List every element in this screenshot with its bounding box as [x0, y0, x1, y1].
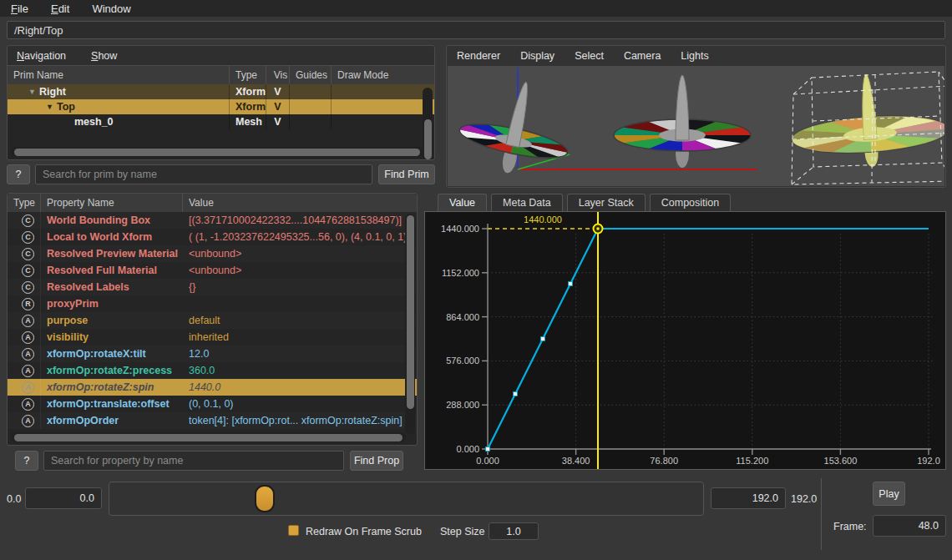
svg-text:1440.000: 1440.000 — [524, 214, 562, 225]
property-column-header-value[interactable]: Value — [183, 194, 417, 212]
tree-cell-draw-mode — [332, 114, 434, 129]
viewport-canvas[interactable] — [448, 66, 944, 186]
svg-text:1152.000: 1152.000 — [442, 268, 479, 278]
viewport-menu-lights[interactable]: Lights — [681, 50, 708, 62]
tree-cell-prim-name: ▼Top — [8, 99, 230, 114]
menu-item-edit[interactable]: Edit — [51, 3, 69, 15]
property-cell-name: Local to World Xform — [41, 231, 183, 243]
tree-row-mesh_0[interactable]: mesh_0MeshV — [8, 114, 434, 129]
property-horizontal-scrollbar-thumb[interactable] — [14, 434, 403, 441]
property-row-visibility[interactable]: Avisibilityinherited — [8, 329, 417, 346]
tree-row-Right[interactable]: ▼RightXformV — [8, 84, 434, 99]
property-row-xformop-rotatex-tilt[interactable]: AxformOp:rotateX:tilt12.0 — [8, 346, 417, 362]
frame-field[interactable]: 48.0 — [873, 515, 946, 537]
property-cell-name: World Bounding Box — [41, 214, 183, 226]
property-cell-value: <unbound> — [183, 248, 417, 260]
property-cell-type: A — [8, 379, 41, 396]
frame-slider-handle[interactable] — [255, 485, 275, 512]
tree-cell-type: Xform — [230, 84, 266, 99]
tree-column-header-vis[interactable]: Vis — [266, 66, 290, 84]
find-prop-button[interactable]: Find Prop — [350, 451, 403, 471]
property-column-header-type[interactable]: Type — [8, 194, 41, 212]
property-row-local-to-world-xform[interactable]: CLocal to World Xform( (1, -1.2032376224… — [8, 229, 417, 245]
property-search-input[interactable] — [43, 451, 344, 471]
tree-cell-vis: V — [266, 84, 290, 99]
property-vertical-scrollbar-thumb[interactable] — [407, 215, 414, 409]
property-horizontal-scrollbar[interactable] — [11, 432, 406, 442]
property-row-xformop-translate-offset[interactable]: AxformOp:translate:offset(0, 0.1, 0) — [8, 396, 417, 412]
tree-column-header-type[interactable]: Type — [230, 66, 266, 84]
prim-search-input[interactable] — [35, 164, 372, 184]
svg-text:115.200: 115.200 — [736, 456, 768, 466]
expand-arrow-icon[interactable]: ▼ — [43, 103, 57, 111]
tree-horizontal-scrollbar-thumb[interactable] — [14, 149, 420, 156]
property-row-world-bounding-box[interactable]: CWorld Bounding Box[(3.371710002422332..… — [8, 212, 417, 229]
tree-menu-navigation[interactable]: Navigation — [17, 50, 66, 62]
prim-search-help-button[interactable]: ? — [7, 164, 30, 184]
property-row-xformoporder[interactable]: AxformOpOrdertoken[4]: [xformOp:rot... x… — [8, 412, 417, 429]
tree-column-header-draw-mode[interactable]: Draw Mode — [332, 66, 434, 84]
property-cell-type: C — [8, 212, 41, 229]
tree-row-Top[interactable]: ▼TopXformV — [8, 99, 434, 114]
property-cell-type: A — [8, 329, 41, 346]
property-type-attribute-icon: A — [22, 348, 34, 361]
property-row-xformop-rotatez-spin[interactable]: AxformOp:rotateZ:spin1440.0 — [8, 379, 417, 396]
value-plot[interactable]: 1440.0001152.000864.000576.000288.0000.0… — [424, 211, 946, 470]
property-cell-type: A — [8, 396, 41, 412]
property-table-header: TypeProperty NameValue — [8, 194, 417, 212]
tab-layer-stack[interactable]: Layer Stack — [567, 194, 646, 211]
viewport-menu-select[interactable]: Select — [575, 50, 604, 62]
property-cell-value: token[4]: [xformOp:rot... xformOp:rotate… — [183, 415, 417, 426]
property-row-resolved-labels[interactable]: CResolved Labels{} — [8, 279, 417, 295]
range-start-field[interactable]: 0.0 — [25, 487, 102, 509]
property-cell-value: 12.0 — [183, 348, 417, 360]
property-cell-type: A — [8, 362, 41, 379]
property-cell-value: (0, 0.1, 0) — [183, 398, 417, 410]
property-column-header-property-name[interactable]: Property Name — [41, 194, 183, 212]
property-cell-type: R — [8, 295, 41, 312]
property-cell-value: 1440.0 — [183, 381, 417, 393]
tree-horizontal-scrollbar[interactable] — [11, 147, 423, 157]
property-row-proxyprim[interactable]: RproxyPrim — [8, 295, 417, 312]
tree-cell-guides — [290, 114, 332, 129]
frame-label: Frame: — [833, 521, 867, 532]
tab-meta-data[interactable]: Meta Data — [491, 194, 563, 211]
property-row-resolved-full-material[interactable]: CResolved Full Material<unbound> — [8, 262, 417, 279]
usdview-window: FileEditWindow /Right/Top NavigationShow… — [0, 0, 952, 560]
tree-menu-show[interactable]: Show — [91, 50, 117, 62]
range-end-field[interactable]: 192.0 — [711, 487, 786, 509]
viewport-menu-display[interactable]: Display — [520, 50, 554, 62]
timeline-divider — [821, 478, 822, 550]
find-prim-button[interactable]: Find Prim — [378, 164, 435, 184]
property-row-purpose[interactable]: Apurposedefault — [8, 312, 417, 329]
menu-item-window[interactable]: Window — [92, 3, 130, 15]
property-type-attribute-icon: A — [22, 398, 34, 411]
play-button[interactable]: Play — [873, 482, 905, 506]
step-size-field[interactable]: 1.0 — [489, 522, 539, 540]
property-table-rows: CWorld Bounding Box[(3.371710002422332..… — [8, 212, 417, 429]
viewport-menu-renderer[interactable]: Renderer — [457, 50, 500, 62]
viewport-menu-camera[interactable]: Camera — [624, 50, 661, 62]
property-type-computed-icon: C — [22, 281, 34, 294]
tree-column-header-guides[interactable]: Guides — [290, 66, 332, 84]
svg-text:864.000: 864.000 — [446, 312, 479, 322]
property-cell-type: C — [8, 279, 41, 295]
menu-bar: FileEditWindow — [0, 0, 952, 17]
property-search-help-button[interactable]: ? — [15, 451, 38, 471]
tree-column-header-prim-name[interactable]: Prim Name — [8, 66, 230, 84]
tree-vertical-scrollbar[interactable] — [423, 88, 433, 159]
expand-arrow-icon[interactable]: ▼ — [25, 88, 39, 96]
property-row-resolved-preview-material[interactable]: CResolved Preview Material<unbound> — [8, 245, 417, 262]
tab-composition[interactable]: Composition — [650, 194, 731, 211]
property-cell-type: A — [8, 412, 41, 429]
tab-value[interactable]: Value — [438, 194, 487, 211]
property-row-xformop-rotatez-precess[interactable]: AxformOp:rotateZ:precess360.0 — [8, 362, 417, 379]
redraw-checkbox[interactable] — [288, 525, 299, 536]
menu-item-file[interactable]: File — [11, 3, 28, 15]
property-vertical-scrollbar[interactable] — [405, 214, 415, 434]
tree-vertical-scrollbar-thumb[interactable] — [424, 119, 432, 159]
frame-slider[interactable] — [109, 482, 704, 516]
property-cell-name: proxyPrim — [41, 298, 183, 310]
prim-tree-header: Prim NameTypeVisGuidesDraw Mode — [8, 66, 434, 84]
prim-path-input[interactable]: /Right/Top — [7, 21, 945, 39]
